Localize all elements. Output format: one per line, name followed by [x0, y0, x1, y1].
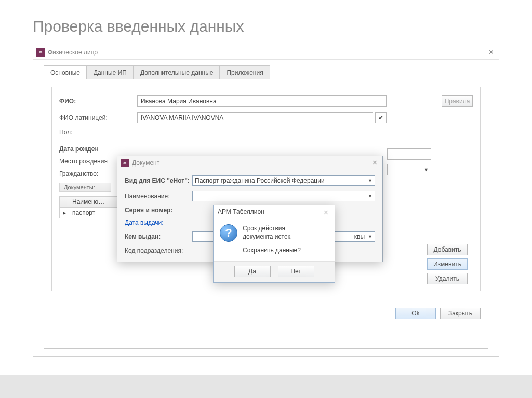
message-text: Срок действия документа истек. Сохранить…: [243, 224, 301, 255]
msg-line1: Срок действия: [243, 224, 301, 232]
msg-line3: Сохранить данные?: [243, 246, 301, 254]
doc-type-value: Паспорт гражданина Российской Федерации: [195, 177, 325, 184]
page-footer: [0, 375, 532, 398]
doc-issued-by-label: Кем выдан:: [125, 233, 192, 240]
fio-latin-confirm-button[interactable]: ✔: [375, 112, 387, 123]
fio-latin-label: ФИО латиницей:: [59, 114, 137, 121]
document-dialog-title: Документ: [132, 159, 159, 167]
bg-field-1[interactable]: [387, 148, 431, 160]
birth-date-label: Дата рожден: [59, 145, 137, 153]
page-title: Проверка введенных данных: [0, 0, 532, 45]
tabs-row: Основные Данные ИП Дополнительные данные…: [33, 60, 499, 79]
message-body: ? Срок действия документа истек. Сохрани…: [214, 220, 335, 261]
fio-input[interactable]: [137, 95, 387, 107]
doc-issue-date-label[interactable]: Дата выдачи:: [125, 219, 192, 226]
message-dialog-titlebar: АРМ Табеллион ×: [214, 205, 335, 220]
close-button[interactable]: Закрыть: [440, 308, 481, 319]
window-title: Физическое лицо: [48, 49, 98, 56]
caret-down-icon: ▼: [368, 194, 373, 199]
message-buttons: Да Нет: [214, 261, 335, 282]
add-button[interactable]: Добавить: [427, 244, 468, 255]
question-icon: ?: [220, 224, 237, 242]
rules-button[interactable]: Правила: [442, 95, 473, 107]
yes-button[interactable]: Да: [234, 266, 271, 277]
doc-issued-by-value: квы: [354, 233, 365, 240]
document-dialog-titlebar: ✶ Документ ×: [117, 156, 382, 170]
gender-label: Пол:: [59, 129, 137, 136]
message-dialog-close-icon[interactable]: ×: [322, 208, 330, 217]
caret-down-icon: ▼: [424, 167, 429, 172]
doc-dept-code-label: Код подразделения:: [125, 247, 192, 254]
window-titlebar: ✶ Физическое лицо ×: [33, 45, 499, 60]
message-dialog-title: АРМ Табеллион: [218, 208, 264, 217]
doc-type-label: Вид для ЕИС "еНот":: [125, 177, 192, 184]
doc-type-combo[interactable]: Паспорт гражданина Российской Федерации …: [192, 175, 375, 186]
message-dialog: АРМ Табеллион × ? Срок действия документ…: [213, 205, 335, 283]
documents-header: Документы:: [59, 183, 111, 192]
bg-field-2[interactable]: ▼: [387, 164, 431, 175]
delete-button[interactable]: Удалить: [427, 273, 468, 284]
fio-latin-input[interactable]: [137, 112, 373, 123]
msg-line2: документа истек.: [243, 232, 301, 241]
grid-row-marker: [60, 197, 69, 207]
doc-name-combo[interactable]: ▼: [192, 191, 375, 201]
doc-name-label: Наименование:: [125, 193, 192, 200]
edit-button[interactable]: Изменить: [427, 258, 468, 270]
app-icon: ✶: [36, 48, 45, 57]
no-button[interactable]: Нет: [278, 266, 314, 277]
tab-main[interactable]: Основные: [44, 65, 87, 79]
document-buttons: Добавить Изменить Удалить: [427, 244, 468, 284]
tab-attachments[interactable]: Приложения: [220, 65, 270, 79]
tab-additional[interactable]: Дополнительные данные: [134, 65, 220, 79]
ok-button[interactable]: Ok: [395, 308, 436, 319]
caret-down-icon: ▼: [368, 234, 373, 239]
window-close-icon[interactable]: ×: [487, 48, 496, 57]
caret-down-icon: ▼: [368, 178, 373, 183]
tab-ip-data[interactable]: Данные ИП: [87, 65, 134, 79]
document-dialog-close-icon[interactable]: ×: [370, 158, 379, 168]
row-pointer-icon: ▸: [60, 208, 69, 218]
app-icon: ✶: [121, 159, 129, 167]
check-icon: ✔: [378, 114, 383, 121]
fio-label: ФИО:: [59, 98, 137, 105]
doc-series-label: Серия и номер:: [125, 207, 192, 214]
